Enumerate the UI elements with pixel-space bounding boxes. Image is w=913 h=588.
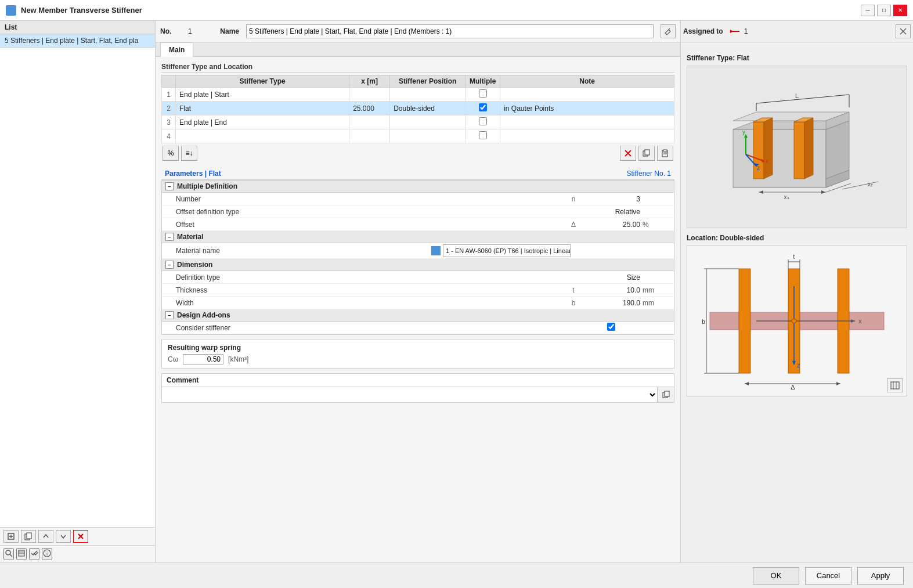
multiple-checkbox-4[interactable] (479, 131, 487, 139)
row-multiple-2[interactable] (465, 102, 500, 116)
row-type-2[interactable]: Flat (176, 102, 349, 116)
dimension-group: − Dimension Definition type Size Thickne… (162, 259, 674, 309)
multiple-checkbox-1[interactable] (479, 89, 487, 98)
row-position-2[interactable]: Double-sided (390, 102, 465, 116)
offset-symbol: Δ (565, 221, 582, 229)
material-name-value[interactable]: 1 - EN AW-6060 (EP) T66 | Isotropic | Li… (443, 244, 571, 257)
row-type-3[interactable]: End plate | End (176, 116, 349, 129)
check-button[interactable] (29, 548, 39, 560)
thickness-unit: mm (640, 286, 669, 294)
delete-row-button[interactable] (620, 146, 636, 161)
no-value: 1 (178, 27, 201, 35)
comment-select[interactable] (162, 387, 658, 402)
multiple-definition-header[interactable]: − Multiple Definition (162, 181, 674, 193)
col-type: Stiffener Type (176, 75, 349, 88)
material-name-row: Material name 1 - EN AW-6060 (EP) T66 | … (162, 243, 674, 259)
multiple-checkbox-2[interactable] (479, 103, 487, 111)
dimension-label: Dimension (177, 261, 212, 269)
svg-line-14 (669, 28, 670, 30)
row-position-4[interactable] (390, 129, 465, 143)
warp-value-input[interactable] (183, 354, 223, 365)
row-x-2[interactable]: 25.000 (349, 102, 390, 116)
warp-symbol: Cω (168, 355, 178, 363)
list-item[interactable]: 5 Stiffeners | End plate | Start, Flat, … (0, 34, 155, 48)
table-row[interactable]: 1 End plate | Start (162, 88, 674, 102)
paste-row-button[interactable] (657, 146, 673, 161)
ok-button[interactable]: OK (753, 567, 799, 585)
tab-main[interactable]: Main (160, 42, 193, 57)
svg-rect-20 (663, 150, 667, 151)
svg-text:x₂: x₂ (868, 181, 873, 187)
member-icon (730, 27, 739, 35)
consider-stiffener-checkbox[interactable] (607, 323, 615, 331)
row-num-3: 3 (162, 116, 176, 129)
new-list-item-button[interactable] (3, 530, 19, 543)
assigned-to-edit-button[interactable] (896, 24, 911, 38)
close-button[interactable]: ✕ (893, 5, 907, 16)
width-label: Width (176, 299, 565, 307)
svg-point-7 (6, 550, 10, 555)
thickness-row: Thickness t 10.0 mm (162, 284, 674, 297)
assigned-to-container: 1 (730, 26, 889, 37)
material-value-container[interactable]: 1 - EN AW-6060 (EP) T66 | Isotropic | Li… (431, 244, 669, 257)
minimize-button[interactable]: ─ (861, 5, 875, 16)
move-up-button[interactable] (38, 530, 53, 543)
offset-type-value: Relative (582, 208, 640, 216)
params-scroll: − Multiple Definition Number n 3 Offset … (162, 181, 674, 334)
number-symbol: n (565, 195, 582, 203)
right-panel: Assigned to 1 Stiffener Type: Flat (681, 21, 913, 562)
svg-marker-42 (804, 118, 813, 179)
number-label: Number (176, 195, 565, 203)
multiple-checkbox-3[interactable] (479, 117, 487, 125)
comment-copy-button[interactable] (658, 387, 674, 402)
collapse-icon: − (165, 311, 174, 319)
delete-list-item-button[interactable] (73, 530, 88, 543)
comment-header: Comment (162, 374, 674, 387)
row-multiple-3[interactable] (465, 116, 500, 129)
design-addons-header[interactable]: − Design Add-ons (162, 309, 674, 322)
multiple-definition-label: Multiple Definition (177, 182, 237, 190)
cancel-button[interactable]: Cancel (805, 567, 851, 585)
percent-button[interactable]: % (163, 146, 179, 161)
view-options-button[interactable] (887, 378, 903, 392)
row-type-4[interactable] (176, 129, 349, 143)
svg-text:Δ: Δ (791, 384, 795, 391)
row-position-3[interactable] (390, 116, 465, 129)
maximize-button[interactable]: □ (877, 5, 891, 16)
apply-button[interactable]: Apply (857, 567, 904, 585)
multiple-definition-group: − Multiple Definition Number n 3 Offset … (162, 181, 674, 231)
width-row: Width b 190.0 mm (162, 297, 674, 309)
move-down-button[interactable] (56, 530, 71, 543)
copy-list-item-button[interactable] (21, 530, 36, 543)
edit-name-button[interactable] (661, 24, 676, 38)
table-row[interactable]: 2 Flat 25.000 Double-sided in Qauter Poi… (162, 102, 674, 116)
svg-marker-35 (826, 121, 849, 179)
sort-button[interactable]: ≡↓ (181, 146, 197, 161)
material-header[interactable]: − Material (162, 231, 674, 243)
table-row[interactable]: 3 End plate | End (162, 116, 674, 129)
def-type-row: Definition type Size (162, 271, 674, 284)
copy-row-button[interactable] (638, 146, 655, 161)
search-button[interactable] (3, 548, 14, 560)
info-button[interactable]: i (42, 548, 52, 560)
table-row[interactable]: 4 (162, 129, 674, 143)
thickness-symbol: t (565, 286, 582, 294)
svg-text:x₁: x₁ (784, 194, 789, 200)
settings-button[interactable] (16, 548, 27, 560)
row-type-1[interactable]: End plate | Start (176, 88, 349, 102)
offset-type-label: Offset definition type (176, 208, 565, 216)
row-x-3[interactable] (349, 116, 390, 129)
name-input[interactable] (246, 24, 654, 38)
dimension-header[interactable]: − Dimension (162, 259, 674, 271)
row-position-1[interactable] (390, 88, 465, 102)
table-actions-left: % ≡↓ (163, 146, 197, 161)
2d-location-svg: t b x z (698, 251, 896, 391)
row-x-1[interactable] (349, 88, 390, 102)
col-note: Note (500, 75, 674, 88)
content-area: Stiffener Type and Location Stiffener Ty… (156, 57, 680, 562)
location-title: Location: Double-sided (687, 234, 907, 242)
consider-stiffener-value[interactable] (582, 323, 640, 333)
row-multiple-1[interactable] (465, 88, 500, 102)
row-multiple-4[interactable] (465, 129, 500, 143)
row-x-4[interactable] (349, 129, 390, 143)
